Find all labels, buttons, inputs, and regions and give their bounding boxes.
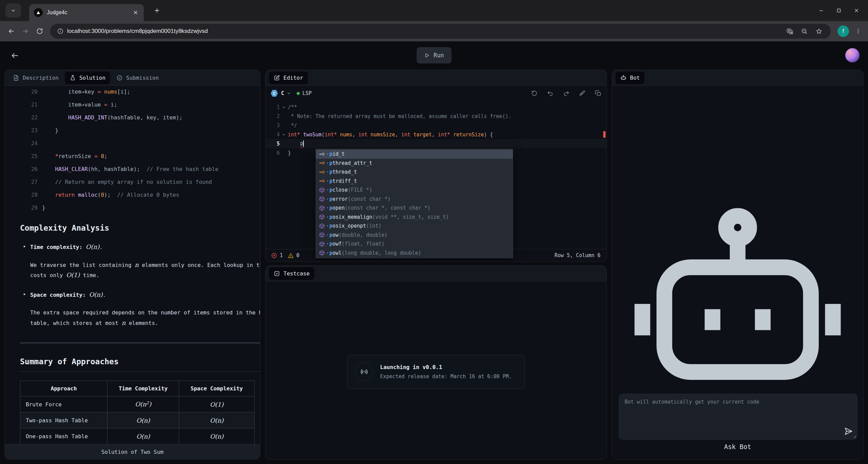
tab-editor[interactable]: Editor bbox=[269, 72, 308, 84]
toast-text: Launching in v0.0.1 Expected release dat… bbox=[380, 364, 512, 380]
completion-label: powl(long double, long double) bbox=[329, 250, 421, 256]
error-count-value: 1 bbox=[280, 252, 283, 258]
code-text: p bbox=[288, 140, 304, 147]
language-label: C bbox=[281, 90, 284, 96]
completion-item[interactable]: •posix_memalign(void **, size_t, size_t) bbox=[316, 213, 513, 222]
typedef-icon bbox=[319, 178, 325, 184]
editor-code-line[interactable]: 2 * Note: The returned array must be mal… bbox=[265, 112, 607, 121]
c-language-icon: C bbox=[271, 90, 278, 97]
tab-description[interactable]: Description bbox=[8, 72, 63, 84]
editor-code-line[interactable]: 3 */ bbox=[265, 121, 607, 130]
forward-button[interactable] bbox=[18, 24, 33, 38]
browser-profile-avatar[interactable]: f bbox=[837, 25, 849, 37]
bookmark-star-icon[interactable] bbox=[815, 28, 823, 35]
completion-label: pid_t bbox=[329, 151, 344, 157]
resize-grip-icon[interactable] bbox=[852, 434, 856, 438]
analysis-item: Space complexity: O(n). bbox=[20, 290, 260, 300]
table-row: Two-pass Hash TableO(n)O(n) bbox=[20, 412, 255, 428]
reset-icon[interactable] bbox=[531, 90, 538, 97]
completion-item[interactable]: •pthread_t bbox=[316, 168, 513, 177]
text-cursor bbox=[303, 140, 304, 147]
testcase-tabs: Testcase bbox=[265, 266, 607, 282]
send-button[interactable] bbox=[844, 427, 853, 436]
line-number: 22 bbox=[5, 114, 38, 121]
line-number: 24 bbox=[5, 140, 38, 147]
url-bar[interactable]: localhost:3000/problems/cm8pjqdem0001ty8… bbox=[50, 24, 831, 39]
completion-label: pclose(FILE *) bbox=[329, 187, 372, 193]
completion-item[interactable]: •pid_t bbox=[316, 150, 513, 159]
profile-initial: f bbox=[843, 28, 844, 34]
method-icon bbox=[319, 223, 325, 229]
new-tab-button[interactable] bbox=[152, 5, 162, 16]
user-avatar[interactable] bbox=[845, 48, 860, 62]
line-number: 3 bbox=[265, 122, 280, 129]
completion-item[interactable]: •pclose(FILE *) bbox=[316, 186, 513, 195]
format-brush-icon[interactable] bbox=[579, 90, 586, 97]
window-controls bbox=[812, 0, 865, 21]
close-window-button[interactable] bbox=[848, 3, 865, 18]
completion-item[interactable]: •perror(const char *) bbox=[316, 195, 513, 204]
back-arrow-icon bbox=[11, 51, 19, 60]
editor-tabs: Editor bbox=[265, 70, 607, 86]
typedef-icon bbox=[319, 151, 325, 157]
autocomplete-popup: •pid_t•pthread_attr_t•pthread_t•ptrdiff_… bbox=[316, 149, 513, 258]
tab-submission[interactable]: Submission bbox=[112, 72, 163, 84]
typedef-icon bbox=[319, 160, 325, 166]
fold-chevron-icon[interactable] bbox=[280, 133, 288, 137]
translate-icon[interactable] bbox=[786, 28, 793, 35]
browser-toolbar: localhost:3000/problems/cm8pjqdem0001ty8… bbox=[0, 21, 868, 41]
completion-item[interactable]: •posix_openpt(int) bbox=[316, 221, 513, 231]
editor-code-line[interactable]: 4int* twoSum(int* nums, int numsSize, in… bbox=[265, 130, 607, 139]
fold-chevron-icon[interactable] bbox=[280, 105, 288, 109]
completion-bullet: • bbox=[327, 179, 328, 183]
maximize-button[interactable] bbox=[830, 3, 848, 18]
tab-close-button[interactable] bbox=[132, 9, 139, 16]
completion-bullet: • bbox=[327, 197, 328, 201]
redo-icon[interactable] bbox=[563, 90, 570, 97]
completion-item[interactable]: •powf(float, float) bbox=[316, 239, 513, 249]
summary-heading: Summary of Approaches bbox=[20, 357, 260, 372]
problem-panel: Description Solution Submission 20 item→… bbox=[4, 70, 260, 460]
chevron-down-icon[interactable] bbox=[287, 91, 291, 96]
chevron-down-icon bbox=[11, 8, 16, 13]
undo-icon[interactable] bbox=[547, 90, 554, 97]
completion-label: pow(double, double) bbox=[329, 232, 388, 238]
code-line: 25 *returnSize = 0; bbox=[5, 150, 260, 162]
reload-button[interactable] bbox=[33, 24, 47, 38]
tab-search-button[interactable] bbox=[5, 3, 21, 18]
completion-label: ptrdiff_t bbox=[329, 178, 357, 184]
lsp-label: LSP bbox=[302, 90, 312, 96]
bot-tabs: Bot bbox=[612, 70, 863, 86]
minimize-button[interactable] bbox=[812, 3, 830, 18]
site-info-icon[interactable] bbox=[57, 28, 64, 35]
completion-item[interactable]: •pthread_attr_t bbox=[316, 159, 513, 168]
browser-menu-button[interactable] bbox=[852, 25, 864, 37]
completion-item[interactable]: •powl(long double, long double) bbox=[316, 249, 513, 258]
completion-bullet: • bbox=[327, 251, 328, 255]
copy-icon[interactable] bbox=[595, 90, 601, 97]
completion-item[interactable]: •pow(double, double) bbox=[316, 231, 513, 240]
editor-code-line[interactable]: 1/** bbox=[265, 102, 607, 112]
tab-solution[interactable]: Solution bbox=[65, 72, 110, 84]
tab-testcase[interactable]: Testcase bbox=[269, 267, 314, 280]
app-back-button[interactable] bbox=[8, 49, 21, 62]
completion-label: popen(const char *, const char *) bbox=[329, 205, 430, 211]
code-text: /** bbox=[288, 104, 297, 110]
solution-markdown: Complexity Analysis Time complexity: O(n… bbox=[5, 214, 260, 444]
error-icon bbox=[271, 252, 277, 259]
run-button[interactable]: Run bbox=[417, 47, 452, 63]
zoom-out-icon[interactable] bbox=[801, 28, 808, 35]
code-text: } bbox=[288, 150, 291, 156]
browser-tab[interactable]: Judge4c bbox=[29, 4, 144, 21]
editor-code-line[interactable]: 5 p bbox=[265, 139, 607, 148]
bot-message-input[interactable] bbox=[619, 394, 857, 439]
solution-article[interactable]: 20 item→key = nums[i];21 item→value = i;… bbox=[5, 86, 260, 444]
back-button[interactable] bbox=[4, 24, 18, 38]
launch-toast: Launching in v0.0.1 Expected release dat… bbox=[347, 355, 525, 389]
tab-bot[interactable]: Bot bbox=[615, 72, 645, 84]
app-header: Run bbox=[4, 41, 864, 70]
table-header: Approach bbox=[20, 381, 107, 397]
completion-bullet: • bbox=[327, 170, 328, 174]
completion-item[interactable]: •ptrdiff_t bbox=[316, 177, 513, 186]
completion-item[interactable]: •popen(const char *, const char *) bbox=[316, 204, 513, 213]
